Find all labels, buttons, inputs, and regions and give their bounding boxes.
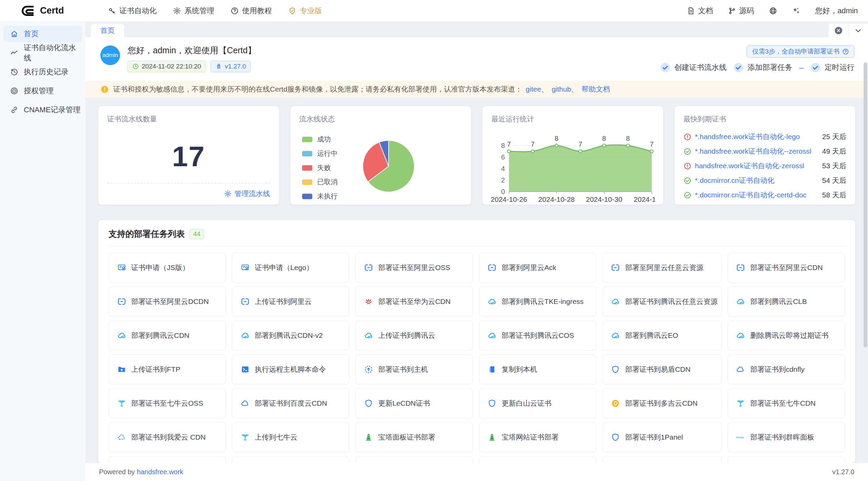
task-card[interactable]: 部署到腾讯云CDN-v2	[232, 321, 349, 350]
task-card-partial[interactable]	[603, 456, 722, 463]
close-tabs-button[interactable]	[829, 23, 848, 37]
task-card[interactable]: 部署证书至七牛云OSS	[108, 388, 226, 418]
task-card[interactable]: 部署证书到易盾CDN	[603, 354, 722, 384]
cert-name-link[interactable]: *.docmirror.cn证书自动化	[695, 176, 816, 185]
task-card[interactable]: 部署到阿里云Ack	[479, 253, 596, 283]
task-card[interactable]: 上传到七牛云	[232, 422, 349, 452]
menu-pro-edition[interactable]: 专业版	[288, 6, 322, 16]
task-card-partial[interactable]	[355, 456, 473, 463]
task-card-partial[interactable]	[479, 456, 596, 463]
legend-item-未执行[interactable]: 未执行	[302, 192, 338, 201]
task-card[interactable]: 执行远程主机脚本命令	[232, 354, 349, 384]
shield-icon	[611, 365, 620, 374]
task-card[interactable]: 部署证书至七牛CDN	[728, 388, 845, 418]
task-card[interactable]: 部署证书到1Panel	[603, 422, 722, 452]
cert-name-link[interactable]: *.docmirror.cn证书自动化-certd-doc	[695, 190, 816, 200]
source-code-link[interactable]: 源码	[728, 6, 754, 16]
sidebar-item-auth[interactable]: 授权管理	[3, 83, 82, 99]
expiring-cert-row: *.docmirror.cn证书自动化-certd-doc58 天后	[684, 190, 847, 200]
shield-icon	[488, 399, 497, 408]
legend-item-已取消[interactable]: 已取消	[302, 177, 338, 187]
sidebar-item-history[interactable]: 执行历史记录	[3, 64, 82, 80]
task-card[interactable]: 部署到腾讯云TKE-ingress	[479, 287, 596, 316]
manage-pipelines-link[interactable]: 管理流水线	[224, 189, 270, 198]
history-icon	[10, 68, 18, 76]
brand[interactable]: Certd	[0, 4, 85, 18]
expiring-cert-row: *.docmirror.cn证书自动化54 天后	[684, 176, 847, 185]
task-card-partial[interactable]	[728, 456, 845, 463]
cert-name-link[interactable]: *.handsfree.work证书自动化-lego	[695, 132, 816, 141]
check-circle-icon	[684, 191, 691, 199]
task-card[interactable]: 部署证书到百度云CDN	[232, 388, 349, 418]
task-card[interactable]: 部署证书到腾讯云任意云资源	[603, 287, 722, 316]
tab-menu-button[interactable]	[848, 23, 868, 37]
baota-icon	[488, 433, 497, 442]
task-card[interactable]: 上传证书到阿里云	[232, 287, 349, 316]
task-card[interactable]: 部署到腾讯云CDN	[108, 321, 226, 350]
task-card[interactable]: 部署证书到主机	[355, 354, 473, 384]
task-card[interactable]: 证书申请（JS版）	[108, 253, 226, 283]
alert-link-gitee[interactable]: gitee	[526, 85, 541, 93]
task-card[interactable]: 宝塔网站证书部署	[479, 422, 596, 452]
handsfree-link[interactable]: handsfree.work	[137, 468, 183, 476]
tab-home[interactable]: 首页	[91, 24, 124, 37]
task-card[interactable]: 部署证书到我爱云 CDN	[108, 422, 226, 452]
task-card-partial[interactable]	[232, 456, 349, 463]
alert-link-github[interactable]: github	[552, 85, 571, 93]
task-card[interactable]: 部署证书到多吉云CDN	[603, 388, 722, 418]
task-card-partial[interactable]	[108, 456, 226, 463]
task-card[interactable]: 部署证书到腾讯云COS	[479, 321, 596, 350]
task-label: 执行远程主机脚本命令	[255, 365, 329, 374]
cert-days-left: 54 天后	[822, 176, 846, 185]
svg-text:7: 7	[578, 140, 582, 148]
task-card[interactable]: 更新白山云证书	[479, 388, 596, 418]
card-title: 最近运行统计	[491, 114, 654, 124]
powered-by-text: Powered by	[99, 468, 135, 476]
task-card[interactable]: 复制到本机	[479, 354, 596, 384]
task-card[interactable]: 部署证书至阿里云OSS	[355, 253, 473, 283]
cert-name-link[interactable]: *.handsfree.work证书自动化--zerossl	[695, 147, 816, 156]
cert-name-link[interactable]: handsfree.work证书自动化-zerossl	[695, 161, 816, 171]
task-label: 部署证书到cdnfly	[750, 365, 808, 374]
step-create-pipeline[interactable]: 创建证书流水线	[660, 62, 727, 73]
legend-item-成功[interactable]: 成功	[302, 135, 338, 144]
task-card[interactable]: 上传证书到FTP	[108, 354, 226, 384]
task-card[interactable]: 删除腾讯云即将过期证书	[728, 321, 845, 350]
task-card[interactable]: 更新LeCDN证书	[355, 388, 473, 418]
task-card[interactable]: 上传证书到腾讯云	[355, 321, 473, 350]
legend-item-运行中[interactable]: 运行中	[302, 149, 338, 158]
step-scheduled-run[interactable]: 定时运行	[810, 62, 854, 73]
sidebar-item-home[interactable]: 首页	[3, 26, 82, 42]
sidebar-item-cname[interactable]: CNAME记录管理	[3, 102, 82, 118]
menu-tutorial[interactable]: 使用教程	[231, 6, 272, 16]
avatar[interactable]: admin	[100, 45, 120, 65]
shield-icon	[611, 433, 620, 442]
svg-text:8: 8	[501, 142, 505, 149]
task-card[interactable]: Synology部署证书到群晖面板	[728, 422, 845, 452]
version-badge[interactable]: v1.27.0	[211, 61, 251, 72]
menu-system-settings[interactable]: 系统管理	[173, 6, 214, 16]
task-card[interactable]: 部署证书到cdnfly	[728, 354, 845, 384]
task-label: 部署证书到主机	[378, 365, 431, 374]
step-add-deploy-task[interactable]: 添加部署任务	[733, 62, 792, 73]
theme-sparkles-icon[interactable]	[792, 7, 800, 15]
three-steps-tip[interactable]: 仅需3步，全自动申请部署证书	[747, 45, 854, 58]
task-card[interactable]: 部署到腾讯云CLB	[728, 287, 845, 316]
alert-link-帮助文档[interactable]: 帮助文档	[581, 85, 610, 93]
menu-cert-automation[interactable]: 证书自动化	[108, 6, 157, 16]
task-card[interactable]: 部署至阿里云任意云资源	[603, 253, 722, 283]
scrollbar-track[interactable]	[864, 39, 867, 462]
task-card[interactable]: 部署到腾讯云EO	[603, 321, 722, 350]
task-card[interactable]: 部署证书至华为云CDN	[355, 287, 473, 316]
task-card[interactable]: 部署证书至阿里云CDN	[728, 253, 845, 283]
language-globe-icon[interactable]	[769, 7, 777, 15]
menu-label: 证书自动化	[119, 6, 157, 16]
sidebar-item-pipelines[interactable]: 证书自动化流水线	[3, 45, 82, 61]
docs-link[interactable]: 文档	[687, 6, 713, 16]
task-card[interactable]: 证书申请（Lego）	[232, 253, 349, 283]
task-card[interactable]: 宝塔面板证书部署	[355, 422, 473, 452]
user-greeting[interactable]: 您好，admin	[815, 6, 858, 16]
task-card[interactable]: 部署证书至阿里云DCDN	[108, 287, 226, 316]
legend-item-失败[interactable]: 失败	[302, 163, 338, 172]
scrollbar-thumb[interactable]	[864, 62, 867, 347]
